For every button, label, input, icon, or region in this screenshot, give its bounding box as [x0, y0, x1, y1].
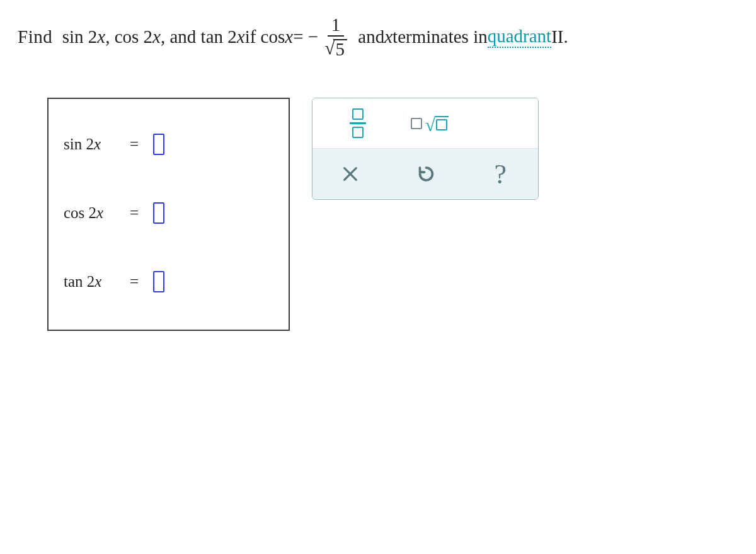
root-radicand-box-icon — [435, 116, 449, 130]
term-cos2x: cos 2x — [115, 27, 161, 47]
fraction-icon — [350, 108, 366, 138]
root-icon: √ — [411, 116, 449, 130]
root-index-box-icon — [411, 118, 422, 129]
frac-numerator: 1 — [328, 16, 345, 37]
answer-input-sin2x[interactable] — [153, 134, 164, 155]
problem-text-prefix: Find — [18, 27, 62, 47]
math-palette: √ ? — [312, 98, 539, 200]
fraction-top-box-icon — [352, 108, 364, 120]
answer-label: cos 2x — [64, 204, 115, 222]
answer-input-cos2x[interactable] — [153, 202, 164, 224]
problem-mid: if — [245, 27, 261, 47]
equals-sign: = — [129, 136, 139, 153]
fraction-bottom-box-icon — [352, 127, 364, 138]
term-sin2x: sin 2x — [62, 27, 105, 47]
problem-tail2: terminates in — [392, 27, 488, 47]
problem-sep: , and — [161, 27, 201, 47]
term-tan2x: tan 2x — [201, 27, 245, 47]
problem-statement: Find sin 2x , cos 2x , and tan 2x if cos… — [18, 16, 738, 59]
cosx: cosx — [261, 27, 294, 47]
problem-tail3: II. — [551, 27, 568, 47]
help-icon: ? — [495, 158, 507, 190]
answer-row-sin2x: sin 2x = — [64, 134, 273, 155]
fraction-bar-icon — [350, 122, 366, 124]
root-radical-icon: √ — [425, 119, 435, 130]
problem-sep: , — [105, 27, 115, 47]
sqrt-5: √ 5 — [324, 39, 347, 59]
answer-row-tan2x: tan 2x = — [64, 271, 273, 292]
answer-panel: sin 2x = cos 2x = tan 2x = — [47, 98, 290, 331]
answer-label: sin 2x — [64, 136, 115, 153]
fraction-1-over-sqrt5: 1 √ 5 — [322, 16, 350, 59]
equals-sign: = — [129, 204, 139, 222]
equals-neg: = − — [293, 27, 318, 47]
fraction-tool-button[interactable] — [338, 105, 378, 142]
answer-label: tan 2x — [64, 273, 115, 291]
palette-row-actions: ? — [312, 149, 538, 199]
x-var: x — [384, 27, 392, 47]
root-inner-box-icon — [436, 119, 447, 130]
palette-row-tools: √ — [312, 98, 538, 149]
close-icon — [341, 165, 359, 183]
undo-button[interactable] — [405, 156, 445, 192]
root-tool-button[interactable]: √ — [410, 105, 450, 142]
help-button[interactable]: ? — [480, 156, 520, 192]
radicand: 5 — [333, 39, 348, 59]
quadrant-link[interactable]: quadrant — [488, 26, 551, 48]
problem-tail1: and — [353, 27, 384, 47]
equals-sign: = — [129, 273, 139, 291]
clear-button[interactable] — [330, 156, 370, 192]
answer-input-tan2x[interactable] — [153, 271, 164, 292]
frac-denominator: √ 5 — [322, 39, 350, 59]
answer-row-cos2x: cos 2x = — [64, 202, 273, 224]
undo-icon — [415, 163, 436, 185]
